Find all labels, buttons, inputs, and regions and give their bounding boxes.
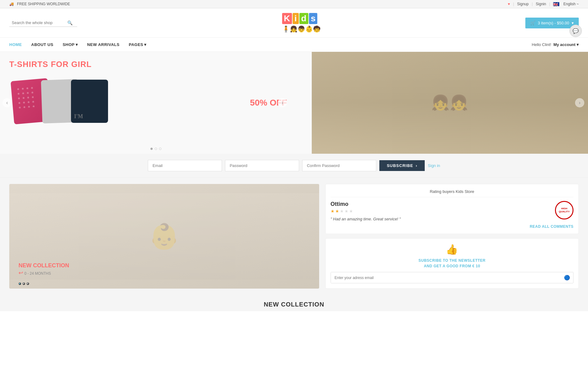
account-label: My account ▾ <box>553 42 579 47</box>
hero-dot-3[interactable] <box>159 148 161 150</box>
hero-next-button[interactable]: › <box>278 98 287 107</box>
hero-dot-1[interactable] <box>150 148 153 150</box>
tshirt-navy: I'M <box>71 80 108 123</box>
account-link[interactable]: My account ▾ <box>553 42 579 47</box>
logo: K i d s 🧍👧👦👶🧒 <box>282 13 321 33</box>
star-2: ★ <box>335 209 339 214</box>
header: 🔍 K i d s 🧍👧👦👶🧒 🛒 3 item(s) - $50.00 ▾ <box>0 8 588 38</box>
nav-shop[interactable]: SHOP ▾ <box>63 38 78 52</box>
top-bar-left: FREE SHIPPING WORLDWIDE <box>9 2 70 6</box>
collection-dots <box>19 282 29 285</box>
language-selector[interactable]: English ~ <box>563 2 579 6</box>
subscribe-button[interactable]: SUBSCRIBE › <box>379 160 425 171</box>
main-content: 👶 NEW COLLECTION ↩ 0 - 24 MONTHS Rating … <box>0 178 588 295</box>
hero-right: 👧👧 › <box>312 52 588 154</box>
collection-dot-1[interactable] <box>19 282 21 285</box>
logo-k: K <box>282 13 292 24</box>
shipping-text: FREE SHIPPING WORLDWIDE <box>17 2 70 6</box>
collection-dot-3[interactable] <box>27 282 29 285</box>
newsletter-icon: 👍 <box>331 244 573 255</box>
review-body: Ottimo ★ ★ ★ ★ ★ " Had an amazing time. … <box>331 201 573 221</box>
nav-about[interactable]: ABOUT US <box>31 38 53 52</box>
newsletter-title-line1: SUBSCRIBE TO THE NEWSLETTER <box>331 258 573 263</box>
review-card: Rating buyers Kids Store Ottimo ★ ★ ★ ★ … <box>325 184 579 234</box>
hero-title: T-SHIRTS FOR GIRL <box>9 60 92 69</box>
star-3: ★ <box>340 209 344 214</box>
thumbs-up-icon: 👍 <box>446 244 458 255</box>
chat-widget[interactable]: 💬 <box>569 25 582 37</box>
hero-right-next-button[interactable]: › <box>575 98 584 107</box>
newsletter-title: SUBSCRIBE TO THE NEWSLETTER AND GET A GO… <box>331 258 573 269</box>
account-greeting: Hello Clint! <box>532 42 551 47</box>
collection-subtitle: 0 - 24 MONTHS <box>24 271 51 276</box>
star-1: ★ <box>331 209 335 214</box>
newsletter-submit-icon: 🔵 <box>564 275 570 280</box>
search-box[interactable]: 🔍 <box>9 19 77 27</box>
hero-dot-2[interactable] <box>155 148 157 150</box>
nav-bar: HOME ABOUT US SHOP ▾ NEW ARRIVALS PAGES … <box>0 38 588 52</box>
new-collection-panel: 👶 NEW COLLECTION ↩ 0 - 24 MONTHS <box>9 184 319 289</box>
collection-arrow: ↩ <box>19 269 23 276</box>
review-quote: " Had an amazing time. Great service! " <box>331 217 555 221</box>
truck-icon <box>9 2 15 6</box>
cart-dropdown-icon: ▾ <box>572 21 574 25</box>
signup-link[interactable]: Signup <box>517 2 528 6</box>
collection-dot-2[interactable] <box>23 282 25 285</box>
tshirt-stack: I'M <box>12 80 108 123</box>
badge-text: HIGHQUALITY <box>559 207 569 213</box>
logo-i: i <box>293 13 299 24</box>
shop-chevron: ▾ <box>76 42 78 47</box>
quote-open: " <box>331 217 332 221</box>
search-button[interactable]: 🔍 <box>67 20 73 25</box>
top-bar: FREE SHIPPING WORLDWIDE | Signup | Signi… <box>0 0 588 8</box>
nav-home[interactable]: HOME <box>9 38 22 52</box>
hero-image-area: I'M <box>0 80 108 126</box>
confirm-password-input[interactable] <box>302 160 376 171</box>
email-input[interactable] <box>148 160 222 171</box>
section-title: NEW COLLECTION <box>9 301 579 308</box>
heart-icon <box>508 2 510 6</box>
star-5: ★ <box>349 209 353 214</box>
quality-badge: HIGHQUALITY <box>555 201 573 219</box>
newsletter-card: 👍 SUBSCRIBE TO THE NEWSLETTER AND GET A … <box>325 238 579 289</box>
nav-left: HOME ABOUT US SHOP ▾ NEW ARRIVALS PAGES … <box>9 38 147 52</box>
top-bar-right: | Signup | Signin | 🇬🇧 English ~ <box>508 2 579 6</box>
logo-s: s <box>309 13 318 24</box>
newsletter-title-line2: AND GET A GOOD FROM € 10 <box>331 263 573 269</box>
right-panel: Rating buyers Kids Store Ottimo ★ ★ ★ ★ … <box>325 184 579 289</box>
read-comments-link[interactable]: READ ALL COMMENTS <box>331 224 573 229</box>
review-section-title: Rating buyers Kids Store <box>331 189 573 197</box>
newsletter-input-area: 🔵 <box>331 272 573 283</box>
search-input[interactable] <box>12 20 67 25</box>
cart-label: 3 item(s) - $50.00 <box>538 21 569 25</box>
cart-icon: 🛒 <box>530 21 535 25</box>
reviewer-name: Ottimo <box>331 201 555 207</box>
collection-overlay: NEW COLLECTION ↩ 0 - 24 MONTHS <box>19 262 69 276</box>
nav-pages[interactable]: PAGES ▾ <box>129 38 147 52</box>
signin-link[interactable]: Signin <box>536 2 546 6</box>
chat-icon: 💬 <box>573 28 579 34</box>
logo-d: d <box>299 13 308 24</box>
stars: ★ ★ ★ ★ ★ <box>331 209 555 214</box>
hero-prev-button[interactable]: ‹ <box>2 98 12 107</box>
nav-right: Hello Clint! My account ▾ <box>532 42 579 47</box>
star-4: ★ <box>344 209 348 214</box>
new-collection-section: NEW COLLECTION <box>0 295 588 311</box>
review-info: Ottimo ★ ★ ★ ★ ★ " Had an amazing time. … <box>331 201 555 221</box>
logo-figures: 🧍👧👦👶🧒 <box>282 25 321 33</box>
hero-right-image: 👧👧 <box>312 52 588 154</box>
subscribe-arrow: › <box>416 163 417 168</box>
collection-title: NEW COLLECTION <box>19 262 69 269</box>
quote-text: Had an amazing time. Great service! <box>333 217 398 221</box>
newsletter-submit-button[interactable]: 🔵 <box>561 272 573 283</box>
flag-icon: 🇬🇧 <box>553 2 559 6</box>
newsletter-email-input[interactable] <box>331 272 561 283</box>
signin-link-subscribe[interactable]: Sign in <box>428 163 440 168</box>
password-input[interactable] <box>225 160 299 171</box>
subscribe-label: SUBSCRIBE <box>387 163 413 168</box>
pages-chevron: ▾ <box>144 42 147 47</box>
nav-new-arrivals[interactable]: NEW ARRIVALS <box>87 38 119 52</box>
hero-dots <box>150 148 161 150</box>
subscribe-bar: SUBSCRIBE › Sign in <box>0 154 588 178</box>
quote-close: " <box>399 217 401 221</box>
